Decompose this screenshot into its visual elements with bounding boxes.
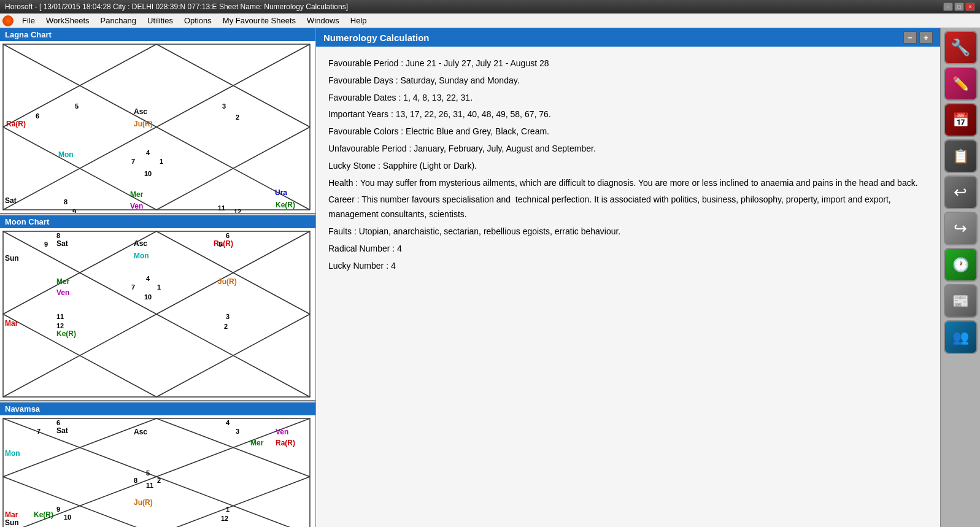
nav-planet-mer: Mer [250, 439, 263, 447]
nav-planet-sat: Sat [56, 426, 68, 435]
menu-windows[interactable]: Windows [302, 15, 344, 26]
menu-help[interactable]: Help [345, 15, 372, 26]
sidebar-group-icon[interactable]: 👥 [944, 320, 978, 354]
sidebar-tools-icon[interactable]: 🔧 [944, 31, 978, 64]
lagna-planet-rahu: Ra(R) [6, 120, 26, 128]
close-button[interactable]: × [965, 2, 975, 11]
moon-house-2: 2 [224, 323, 228, 330]
maximize-button[interactable]: □ [954, 2, 964, 11]
numerology-content: Favourable Period : June 21 - July 27, J… [316, 47, 940, 527]
lagna-planet-sat: Sat [5, 196, 17, 205]
moon-planet-sun: Sun [5, 254, 19, 263]
moon-house-8: 8 [56, 232, 60, 239]
moon-planet-rahu: Ra(R) [214, 239, 233, 248]
sidebar-edit-icon[interactable]: ✏️ [944, 67, 978, 101]
nav-planet-sun: Sun [5, 518, 19, 527]
lagna-planet-ketu: Ke(R) [276, 201, 295, 209]
nav-planet-ra: Ra(R) [276, 439, 295, 447]
moon-chart-title: Moon Chart [5, 217, 49, 226]
lagna-planet-ven: Ven [130, 202, 143, 210]
menu-worksheets[interactable]: WorkSheets [41, 15, 95, 26]
nav-planet-ven: Ven [276, 428, 288, 436]
house-6: 6 [36, 112, 39, 120]
nav-planet-ketu: Ke(R) [34, 510, 53, 519]
moon-house-3: 3 [226, 313, 230, 320]
sidebar-back-icon[interactable]: ↩ [944, 175, 978, 209]
app-title: Horosoft - [ 13/01/2015 18:04:28 City : … [5, 2, 348, 11]
moon-chart-svg [0, 228, 313, 400]
moon-house-10: 10 [144, 293, 152, 301]
numerology-controls[interactable]: − + [903, 31, 933, 44]
menu-options[interactable]: Options [179, 15, 217, 26]
menu-favourite-sheets[interactable]: My Favourite Sheets [218, 15, 301, 26]
house-9: 9 [72, 208, 76, 213]
sidebar-info-icon[interactable]: 📰 [944, 284, 978, 318]
moon-planet-mar: Mar [5, 319, 18, 328]
lagna-planet-jup: Ju(R) [134, 120, 153, 128]
moon-house-7: 7 [131, 283, 135, 291]
lagna-chart-svg [0, 41, 313, 213]
house-8: 8 [64, 198, 68, 206]
sidebar-forward-icon[interactable]: ↪ [944, 212, 978, 245]
nav-planet-mon: Mon [5, 449, 20, 458]
num-line-9: Career : This number favours specialisat… [328, 193, 928, 222]
house-5: 5 [75, 102, 79, 110]
moon-house-11: 11 [56, 313, 64, 320]
num-line-6: Unfavourable Period : January, February,… [328, 142, 928, 156]
nav-house-2: 2 [157, 477, 161, 484]
house-10: 10 [144, 170, 152, 177]
num-line-4: Important Years : 13, 17, 22, 26, 31, 40… [328, 107, 928, 122]
menu-utilities[interactable]: Utilities [142, 15, 178, 26]
num-line-12: Lucky Number : 4 [328, 259, 928, 274]
nav-house-4: 4 [226, 419, 230, 426]
sidebar-document-icon[interactable]: 📋 [944, 139, 978, 173]
house-11: 11 [218, 204, 225, 212]
sidebar-clock-icon[interactable]: 🕐 [944, 248, 978, 282]
navamsa-chart-header: Navamsa [0, 402, 315, 415]
nav-house-5: 5 [146, 469, 150, 477]
navamsa-chart-section: Navamsa Mon Sat Asc Ven Mer [0, 402, 315, 527]
lagna-chart-header: Lagna Chart [0, 28, 315, 41]
nav-planet-jup: Ju(R) [134, 498, 153, 507]
menu-panchang[interactable]: Panchang [96, 15, 142, 26]
house-7: 7 [131, 158, 135, 165]
navamsa-chart-title: Navamsa [5, 404, 40, 414]
num-line-2: Favourable Days : Saturday, Sunday and M… [328, 74, 928, 88]
moon-chart-header: Moon Chart [0, 215, 315, 228]
num-line-11: Radical Number : 4 [328, 242, 928, 256]
house-1: 1 [160, 158, 163, 165]
title-bar-controls[interactable]: − □ × [943, 2, 975, 11]
num-line-8: Health : You may suffer from mysterious … [328, 176, 928, 191]
house-2: 2 [236, 113, 239, 121]
numerology-minimize-btn[interactable]: − [903, 31, 917, 44]
moon-house-4: 4 [146, 275, 150, 282]
numerology-header: Numerology Calculation − + [316, 28, 940, 47]
num-line-5: Favourable Colors : Electric Blue and Gr… [328, 125, 928, 139]
numerology-title: Numerology Calculation [323, 33, 430, 43]
moon-planet-mon: Mon [134, 252, 149, 260]
numerology-maximize-btn[interactable]: + [919, 31, 933, 44]
nav-planet-asc: Asc [134, 428, 147, 436]
lagna-planet-moon: Mon [58, 150, 74, 159]
title-bar: Horosoft - [ 13/01/2015 18:04:28 City : … [0, 0, 980, 13]
left-panel: Lagna Chart [0, 28, 316, 527]
nav-house-1: 1 [226, 506, 230, 513]
moon-chart-body: Sun Sat Asc Mon Ra(R) Mer Ven Ju(R) Mar … [0, 228, 313, 400]
nav-house-8: 8 [134, 477, 137, 484]
menu-file[interactable]: File [17, 15, 40, 26]
minimize-button[interactable]: − [943, 2, 953, 11]
lagna-planet-ura: Ura [275, 188, 287, 197]
moon-planet-jup: Ju(R) [218, 277, 237, 286]
moon-planet-ketu: Ke(R) [56, 329, 76, 338]
nav-house-11: 11 [146, 482, 153, 489]
lagna-chart-title: Lagna Chart [5, 30, 52, 39]
nav-house-6: 6 [56, 419, 60, 426]
num-line-10: Faults : Utopian, anarchaistic, sectaria… [328, 225, 928, 239]
nav-house-10: 10 [64, 514, 71, 521]
lagna-chart-section: Lagna Chart [0, 28, 315, 214]
house-4: 4 [146, 149, 150, 156]
nav-house-9: 9 [56, 506, 60, 513]
app-logo [2, 15, 14, 26]
right-panel: Numerology Calculation − + Favourable Pe… [316, 28, 940, 527]
sidebar-calendar-icon[interactable]: 📅 [944, 103, 978, 137]
